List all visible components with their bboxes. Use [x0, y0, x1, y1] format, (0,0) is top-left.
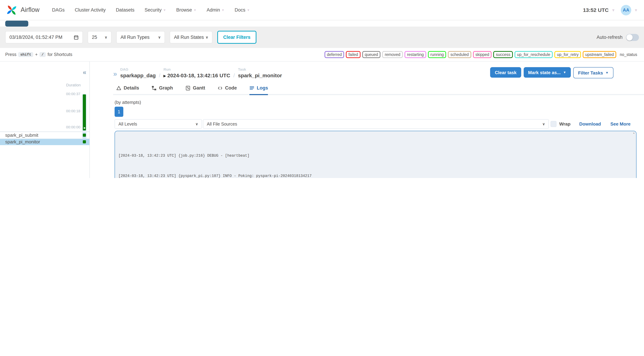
- main-area: « Duration 00:00:37 00:00:18 00:00:00 sp…: [0, 61, 644, 178]
- chevron-down-icon: ▼: [563, 71, 566, 74]
- filter-bar: 03/18/2024, 01:52:47 PM 25∨ All Run Type…: [0, 27, 644, 48]
- chevron-down-icon: ▼: [193, 8, 196, 12]
- task-state-square[interactable]: [83, 140, 86, 143]
- tab-graph[interactable]: Graph: [152, 85, 173, 95]
- task-run-cell: [82, 132, 86, 138]
- expand-panel-icon[interactable]: »: [113, 70, 117, 78]
- log-line: [2024-03-18, 13:42:23 UTC] {pyspark_pi.p…: [118, 174, 631, 178]
- brand-name: Airflow: [20, 6, 40, 14]
- auto-refresh-group: Auto-refresh: [596, 34, 639, 41]
- breadcrumb-run[interactable]: Run ▶2024-03-18, 13:42:16 UTC: [164, 67, 230, 78]
- wrap-group: Wrap: [550, 121, 571, 127]
- state-badge[interactable]: success: [494, 51, 513, 58]
- clear-task-button[interactable]: Clear task: [490, 67, 521, 78]
- airflow-logo[interactable]: Airflow: [6, 3, 40, 17]
- code-icon: [218, 86, 223, 90]
- chevron-down-icon: ∨: [196, 122, 198, 126]
- dag-run-column[interactable]: [82, 94, 86, 131]
- tab-logs[interactable]: Logs: [250, 85, 268, 95]
- scroll-up-icon[interactable]: ▲: [632, 132, 636, 134]
- detail-header: » DAG sparkapp_dag / Run ▶2024-03-18, 13…: [113, 67, 644, 78]
- state-badge[interactable]: up_for_reschedule: [514, 51, 553, 58]
- state-badge[interactable]: failed: [346, 51, 360, 58]
- chevron-down-icon: ∨: [105, 35, 107, 39]
- task-name: spark_pi_submit: [0, 133, 38, 138]
- state-badge[interactable]: running: [428, 51, 446, 58]
- nav-item-dags[interactable]: DAGs: [52, 7, 65, 13]
- manual-run-play-icon: [84, 127, 86, 129]
- breadcrumb: » DAG sparkapp_dag / Run ▶2024-03-18, 13…: [113, 67, 282, 78]
- log-lines: [2024-03-18, 13:42:23 UTC] {job.py:216} …: [118, 133, 631, 178]
- breadcrumb-dag[interactable]: DAG sparkapp_dag: [120, 67, 156, 78]
- task-row[interactable]: spark_pi_submit: [0, 132, 90, 139]
- breadcrumb-separator: /: [233, 72, 235, 78]
- task-state-square[interactable]: [83, 134, 86, 137]
- vertical-scrollbar[interactable]: ▲ ▼: [632, 131, 636, 178]
- tab-gantt[interactable]: Gantt: [186, 85, 205, 95]
- tab-code[interactable]: Code: [218, 85, 237, 95]
- clear-filters-button[interactable]: Clear Filters: [217, 31, 256, 44]
- run-states-select[interactable]: All Run States∨: [170, 31, 212, 43]
- airflow-app: Airflow DAGs Cluster Activity Datasets S…: [0, 0, 644, 178]
- duration-tick: 00:00:37: [66, 92, 80, 96]
- detail-panel: » DAG sparkapp_dag / Run ▶2024-03-18, 13…: [90, 62, 644, 178]
- shortcut-hint: Press shift + / for Shortcuts: [5, 52, 72, 57]
- state-badge[interactable]: restarting: [404, 51, 426, 58]
- task-actions: Clear task Mark state as...▼ Filter Task…: [490, 67, 614, 78]
- calendar-icon[interactable]: [74, 35, 78, 40]
- chevron-down-icon: ∨: [158, 35, 161, 39]
- clock[interactable]: 13:52 UTC: [583, 7, 609, 13]
- by-attempts-label: (by attempts): [114, 100, 636, 105]
- duration-tick: 00:00:18: [66, 109, 80, 113]
- task-row[interactable]: spark_pi_monitor: [0, 139, 90, 145]
- download-link[interactable]: Download: [579, 121, 601, 127]
- nav-item-admin[interactable]: Admin▼: [207, 7, 224, 13]
- nav-item-cluster-activity[interactable]: Cluster Activity: [75, 7, 106, 13]
- nav-item-browse[interactable]: Browse▼: [176, 7, 196, 13]
- mark-state-button[interactable]: Mark state as...▼: [524, 67, 571, 78]
- state-badge[interactable]: skipped: [473, 51, 492, 58]
- filter-tasks-button[interactable]: Filter Tasks▼: [573, 67, 614, 78]
- collapse-panel-icon[interactable]: «: [83, 69, 86, 76]
- state-badge[interactable]: upstream_failed: [583, 51, 616, 58]
- chevron-down-icon: ▼: [247, 8, 250, 12]
- wrap-label: Wrap: [559, 121, 571, 127]
- state-badge[interactable]: removed: [382, 51, 403, 58]
- no-status-label: no_status: [618, 52, 639, 57]
- run-types-select[interactable]: All Run Types∨: [116, 31, 165, 43]
- page-size-select[interactable]: 25∨: [88, 31, 112, 43]
- base-date-input[interactable]: 03/18/2024, 01:52:47 PM: [5, 31, 83, 43]
- auto-refresh-toggle[interactable]: [626, 34, 639, 41]
- breadcrumb-task[interactable]: Task spark_pi_monitor: [238, 67, 282, 78]
- file-sources-select[interactable]: All File Sources∨: [203, 119, 549, 129]
- chevron-down-icon: ▼: [222, 8, 224, 12]
- log-viewer: [2024-03-18, 13:42:23 UTC] {job.py:216} …: [114, 131, 636, 178]
- state-badge[interactable]: up_for_retry: [554, 51, 581, 58]
- auto-refresh-label: Auto-refresh: [596, 35, 622, 40]
- detail-tabs: Details Graph Gantt Code Logs: [113, 85, 644, 95]
- gantt-icon: [186, 86, 190, 90]
- slash-key: /: [40, 52, 46, 57]
- duration-tick: 00:00:00: [66, 125, 80, 129]
- log-filter-row: All Levels∨ All File Sources∨ Wrap Downl…: [114, 119, 636, 129]
- tab-details[interactable]: Details: [116, 85, 139, 95]
- chevron-down-icon: ∨: [206, 35, 208, 39]
- wrap-checkbox[interactable]: [550, 121, 556, 127]
- state-badge[interactable]: deferred: [324, 51, 344, 58]
- state-badge[interactable]: queued: [362, 51, 380, 58]
- chevron-down-icon[interactable]: ▼: [611, 8, 615, 12]
- see-more-link[interactable]: See More: [610, 121, 630, 127]
- task-list: spark_pi_submit spark_pi_monitor: [0, 131, 90, 145]
- logs-section: (by attempts) 1 All Levels∨ All File Sou…: [114, 100, 636, 178]
- nav-item-docs[interactable]: Docs▼: [234, 7, 250, 13]
- state-badge[interactable]: scheduled: [448, 51, 471, 58]
- log-levels-select[interactable]: All Levels∨: [114, 119, 202, 129]
- attempt-1-button[interactable]: 1: [114, 107, 123, 117]
- nav-item-datasets[interactable]: Datasets: [116, 7, 134, 13]
- nav-item-security[interactable]: Security▼: [144, 7, 166, 13]
- dag-run-duration-bar[interactable]: [83, 94, 86, 130]
- chevron-down-icon[interactable]: ▼: [634, 8, 638, 12]
- graph-icon: [152, 86, 157, 90]
- avatar[interactable]: AA: [621, 5, 631, 15]
- shift-key: shift: [18, 52, 33, 57]
